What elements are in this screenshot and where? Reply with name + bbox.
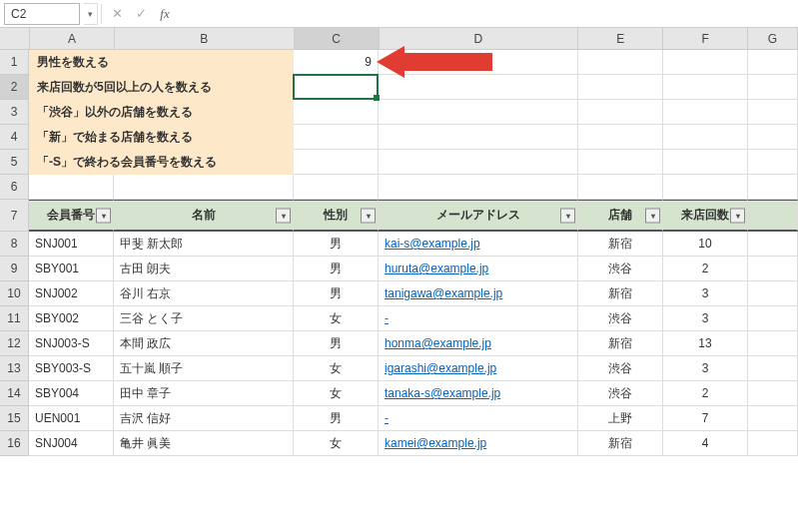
cell[interactable] bbox=[748, 331, 798, 356]
row-header-16[interactable]: 16 bbox=[0, 431, 29, 456]
member-name[interactable]: 本間 政広 bbox=[114, 331, 294, 356]
store[interactable]: 上野 bbox=[578, 406, 663, 431]
visits[interactable]: 3 bbox=[663, 281, 748, 306]
gender[interactable]: 男 bbox=[294, 257, 379, 281]
member-id[interactable]: SNJ003-S bbox=[29, 331, 114, 356]
cell-c3[interactable] bbox=[294, 100, 379, 125]
row-header-6[interactable]: 6 bbox=[0, 175, 29, 200]
cell-c2[interactable] bbox=[294, 75, 379, 100]
store[interactable]: 新宿 bbox=[578, 281, 663, 306]
member-id[interactable]: SBY002 bbox=[29, 306, 114, 331]
cell[interactable] bbox=[663, 75, 748, 100]
cell[interactable] bbox=[748, 50, 798, 75]
member-id[interactable]: UEN001 bbox=[29, 406, 114, 431]
filter-icon[interactable]: ▾ bbox=[560, 208, 575, 223]
row-header-15[interactable]: 15 bbox=[0, 406, 29, 431]
fx-icon[interactable]: fx bbox=[153, 3, 177, 25]
filter-icon[interactable]: ▾ bbox=[276, 208, 291, 223]
email[interactable]: tanigawa@example.jp bbox=[379, 281, 578, 306]
cell[interactable] bbox=[379, 175, 578, 200]
cell[interactable] bbox=[578, 175, 663, 200]
visits[interactable]: 10 bbox=[663, 232, 748, 257]
cell[interactable] bbox=[663, 125, 748, 150]
formula-input[interactable] bbox=[177, 3, 798, 25]
filter-icon[interactable]: ▾ bbox=[361, 208, 376, 223]
name-box-dropdown[interactable]: ▾ bbox=[84, 3, 98, 25]
email-link[interactable]: - bbox=[385, 311, 389, 325]
row-header-4[interactable]: 4 bbox=[0, 125, 29, 150]
cell[interactable] bbox=[578, 50, 663, 75]
row-header-14[interactable]: 14 bbox=[0, 381, 29, 406]
store[interactable]: 新宿 bbox=[578, 331, 663, 356]
row-header-11[interactable]: 11 bbox=[0, 306, 29, 331]
email[interactable]: kamei@example.jp bbox=[379, 431, 578, 456]
cell[interactable] bbox=[748, 431, 798, 456]
member-name[interactable]: 古田 朗夫 bbox=[114, 257, 294, 281]
gender[interactable]: 男 bbox=[294, 232, 379, 257]
table-header[interactable]: 名前▾ bbox=[114, 200, 294, 232]
cell[interactable] bbox=[379, 100, 578, 125]
cell[interactable] bbox=[748, 150, 798, 175]
visits[interactable]: 3 bbox=[663, 356, 748, 381]
visits[interactable]: 4 bbox=[663, 431, 748, 456]
email-link[interactable]: - bbox=[385, 411, 389, 425]
table-header[interactable]: 来店回数▾ bbox=[663, 200, 748, 232]
col-header-C[interactable]: C bbox=[295, 28, 380, 50]
filter-icon[interactable]: ▾ bbox=[645, 208, 660, 223]
cell[interactable] bbox=[379, 50, 578, 75]
cell[interactable] bbox=[578, 100, 663, 125]
col-header-F[interactable]: F bbox=[663, 28, 748, 50]
select-all-corner[interactable] bbox=[0, 28, 30, 50]
col-header-B[interactable]: B bbox=[115, 28, 295, 50]
filter-icon[interactable]: ▾ bbox=[96, 208, 111, 223]
email-link[interactable]: kamei@example.jp bbox=[385, 436, 486, 450]
store[interactable]: 渋谷 bbox=[578, 306, 663, 331]
cell[interactable] bbox=[748, 306, 798, 331]
cell[interactable] bbox=[748, 175, 798, 200]
email[interactable]: - bbox=[379, 306, 578, 331]
cell[interactable] bbox=[748, 125, 798, 150]
cell[interactable] bbox=[748, 356, 798, 381]
row-header-8[interactable]: 8 bbox=[0, 232, 29, 257]
col-header-A[interactable]: A bbox=[30, 28, 115, 50]
member-id[interactable]: SNJ002 bbox=[29, 281, 114, 306]
member-id[interactable]: SNJ001 bbox=[29, 232, 114, 257]
email[interactable]: tanaka-s@example.jp bbox=[379, 381, 578, 406]
email[interactable]: - bbox=[379, 406, 578, 431]
email-link[interactable]: kai-s@example.jp bbox=[385, 237, 480, 251]
member-id[interactable]: SBY004 bbox=[29, 381, 114, 406]
email[interactable]: honma@example.jp bbox=[379, 331, 578, 356]
member-id[interactable]: SBY003-S bbox=[29, 356, 114, 381]
cell[interactable] bbox=[748, 100, 798, 125]
cell[interactable] bbox=[29, 175, 114, 200]
visits[interactable]: 2 bbox=[663, 257, 748, 281]
email-link[interactable]: igarashi@example.jp bbox=[385, 361, 496, 375]
email-link[interactable]: huruta@example.jp bbox=[385, 262, 488, 275]
email-link[interactable]: tanigawa@example.jp bbox=[385, 286, 502, 300]
col-header-G[interactable]: G bbox=[748, 28, 798, 50]
email[interactable]: kai-s@example.jp bbox=[379, 232, 578, 257]
cell[interactable] bbox=[578, 150, 663, 175]
cell[interactable] bbox=[748, 406, 798, 431]
cell[interactable] bbox=[379, 150, 578, 175]
table-header[interactable]: メールアドレス▾ bbox=[379, 200, 578, 232]
cell[interactable] bbox=[663, 150, 748, 175]
row-header-12[interactable]: 12 bbox=[0, 331, 29, 356]
col-header-E[interactable]: E bbox=[578, 28, 663, 50]
email-link[interactable]: tanaka-s@example.jp bbox=[385, 386, 500, 400]
member-name[interactable]: 甲斐 新太郎 bbox=[114, 232, 294, 257]
row-header-1[interactable]: 1 bbox=[0, 50, 29, 75]
member-id[interactable]: SBY001 bbox=[29, 257, 114, 281]
cell[interactable] bbox=[114, 175, 294, 200]
gender[interactable]: 女 bbox=[294, 431, 379, 456]
store[interactable]: 新宿 bbox=[578, 232, 663, 257]
table-header[interactable]: 店舗▾ bbox=[578, 200, 663, 232]
row-header-13[interactable]: 13 bbox=[0, 356, 29, 381]
member-name[interactable]: 田中 章子 bbox=[114, 381, 294, 406]
table-header[interactable]: 性別▾ bbox=[294, 200, 379, 232]
gender[interactable]: 女 bbox=[294, 381, 379, 406]
row-header-10[interactable]: 10 bbox=[0, 281, 29, 306]
visits[interactable]: 7 bbox=[663, 406, 748, 431]
email-link[interactable]: honma@example.jp bbox=[385, 336, 491, 350]
cell[interactable] bbox=[663, 100, 748, 125]
